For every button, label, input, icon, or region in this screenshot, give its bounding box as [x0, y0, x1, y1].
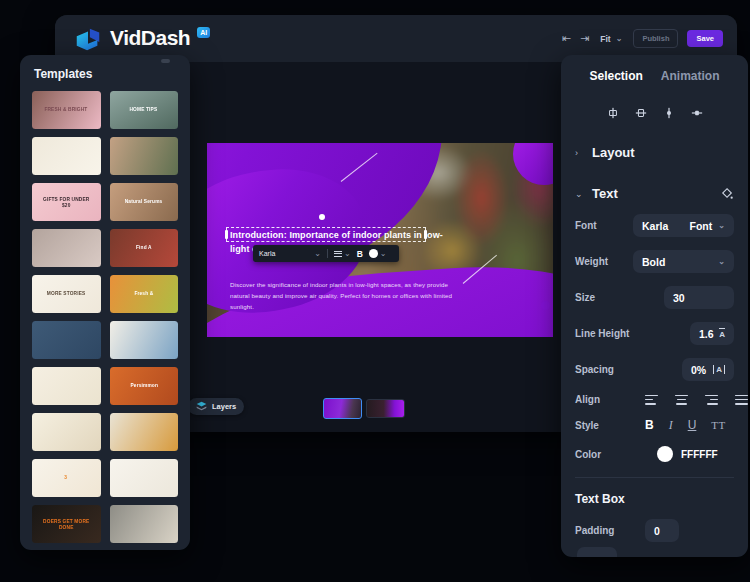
template-thumbnail[interactable]: [32, 321, 101, 359]
font-row: Font Karla Font ⌄: [575, 214, 734, 237]
chevron-down-icon: ⌄: [314, 250, 321, 258]
template-label: 3: [65, 475, 68, 481]
distribute-horizontal-icon[interactable]: [691, 107, 703, 119]
uppercase-button[interactable]: TT: [711, 419, 725, 431]
template-thumbnail[interactable]: [32, 367, 101, 405]
inspector-tabs: Selection Animation: [575, 69, 734, 83]
template-thumbnail[interactable]: Persimmon: [110, 367, 179, 405]
template-thumbnail[interactable]: [32, 413, 101, 451]
template-thumbnail[interactable]: GIFTS FOR UNDER $20: [32, 183, 101, 221]
template-thumbnail[interactable]: [32, 229, 101, 267]
chevron-down-icon: ⌄: [380, 250, 387, 258]
save-button[interactable]: Save: [687, 30, 723, 47]
spacing-label: Spacing: [575, 364, 633, 375]
layout-section-label: Layout: [592, 145, 635, 160]
align-justify-icon[interactable]: [735, 395, 748, 405]
tab-animation[interactable]: Animation: [661, 69, 720, 83]
template-label: DOERS GET MORE DONE: [39, 518, 94, 530]
padding-input[interactable]: 0: [645, 519, 679, 542]
font-select[interactable]: Karla Font ⌄: [633, 214, 734, 237]
template-thumbnail[interactable]: Fresh &: [110, 275, 179, 313]
weight-value: Bold: [642, 256, 665, 268]
screen: VidDash AI ⇤ ⇥ Fit ⌄ Publish Save: [0, 0, 750, 582]
letter-spacing-icon: A: [713, 365, 725, 374]
rotate-handle[interactable]: [319, 214, 325, 220]
text-section-header[interactable]: ⌄ Text: [575, 186, 734, 201]
spacing-row: Spacing 0% A: [575, 358, 734, 381]
distribute-vertical-icon[interactable]: [663, 107, 675, 119]
bold-button[interactable]: B: [645, 418, 654, 432]
template-label: Fresh &: [134, 291, 153, 297]
template-thumbnail[interactable]: HOME TIPS: [110, 91, 179, 129]
align-right-icon[interactable]: [705, 395, 718, 405]
template-thumbnail[interactable]: [110, 137, 179, 175]
underline-button[interactable]: U: [688, 418, 697, 432]
align-row: Align: [575, 394, 734, 405]
template-thumbnail[interactable]: [110, 459, 179, 497]
panel-collapse-handle[interactable]: [161, 59, 170, 63]
template-thumbnail[interactable]: FRESH & BRIGHT: [32, 91, 101, 129]
font-value: Karla: [642, 220, 668, 232]
redo-icon[interactable]: ⇥: [580, 33, 589, 44]
layers-icon: [196, 401, 207, 412]
font-dropdown[interactable]: Karla ⌄: [259, 250, 321, 258]
template-thumbnail[interactable]: [110, 505, 179, 543]
align-left-icon[interactable]: [645, 395, 658, 405]
chevron-down-icon: ⌄: [575, 189, 583, 199]
color-dropdown[interactable]: ⌄: [369, 249, 387, 258]
chevron-down-icon: ⌄: [718, 222, 725, 230]
template-thumbnail[interactable]: Natural Serums: [110, 183, 179, 221]
padding-label: Padding: [575, 525, 633, 536]
italic-button[interactable]: I: [669, 418, 673, 433]
template-thumbnail[interactable]: [32, 137, 101, 175]
align-horizontal-center-icon[interactable]: [607, 107, 619, 119]
align-left-icon: [334, 251, 342, 257]
template-thumbnail[interactable]: 3: [32, 459, 101, 497]
text-box-section-label: Text Box: [575, 492, 734, 506]
color-label: Color: [575, 449, 633, 460]
toolbar-divider: [327, 249, 328, 258]
align-vertical-center-icon[interactable]: [635, 107, 647, 119]
templates-title: Templates: [34, 67, 178, 81]
style-label: Style: [575, 420, 633, 431]
template-label: MORE STORIES: [47, 291, 86, 297]
weight-label: Weight: [575, 256, 633, 267]
align-center-icon[interactable]: [675, 395, 688, 405]
scene-thumbnail-active[interactable]: [323, 398, 362, 419]
size-label: Size: [575, 292, 633, 303]
publish-button[interactable]: Publish: [633, 29, 678, 48]
align-dropdown[interactable]: ⌄: [334, 250, 351, 258]
video-canvas[interactable]: Introduction: Importance of indoor plant…: [207, 143, 553, 337]
template-thumbnail[interactable]: Find A: [110, 229, 179, 267]
template-thumbnail[interactable]: MORE STORIES: [32, 275, 101, 313]
fit-label: Fit: [600, 34, 610, 44]
bold-button[interactable]: B: [357, 249, 363, 259]
layout-section-header[interactable]: › Layout: [575, 145, 734, 160]
undo-icon[interactable]: ⇤: [562, 33, 571, 44]
slide-body-text[interactable]: Discover the significance of indoor plan…: [230, 280, 468, 313]
layers-button[interactable]: Layers: [188, 398, 244, 415]
text-color-swatch[interactable]: [657, 446, 673, 462]
text-style-icon[interactable]: [721, 187, 734, 200]
size-input[interactable]: 30: [664, 286, 734, 309]
zoom-fit-dropdown[interactable]: Fit ⌄: [600, 34, 622, 44]
tab-selection[interactable]: Selection: [589, 69, 642, 83]
viddash-logo-icon: [73, 25, 103, 55]
chevron-down-icon: ⌄: [718, 258, 725, 266]
layers-label: Layers: [212, 402, 236, 411]
weight-row: Weight Bold ⌄: [575, 250, 734, 273]
color-hex-value: FFFFFF: [681, 449, 718, 460]
template-thumbnail[interactable]: DOERS GET MORE DONE: [32, 505, 101, 543]
spacing-input[interactable]: 0% A: [682, 358, 734, 381]
weight-select[interactable]: Bold ⌄: [633, 250, 734, 273]
scene-thumbnail[interactable]: [366, 399, 405, 418]
selection-handle-left[interactable]: [225, 230, 228, 239]
template-thumbnail[interactable]: [110, 413, 179, 451]
template-thumbnail[interactable]: [110, 321, 179, 359]
chevron-down-icon: ⌄: [344, 250, 351, 258]
floating-text-toolbar: Karla ⌄ ⌄ B ⌄: [253, 245, 399, 262]
border-input-partial[interactable]: [577, 547, 617, 557]
template-label: FRESH & BRIGHT: [45, 107, 88, 113]
line-height-input[interactable]: 1.6 A: [690, 322, 734, 345]
line-height-row: Line Height 1.6 A: [575, 322, 734, 345]
